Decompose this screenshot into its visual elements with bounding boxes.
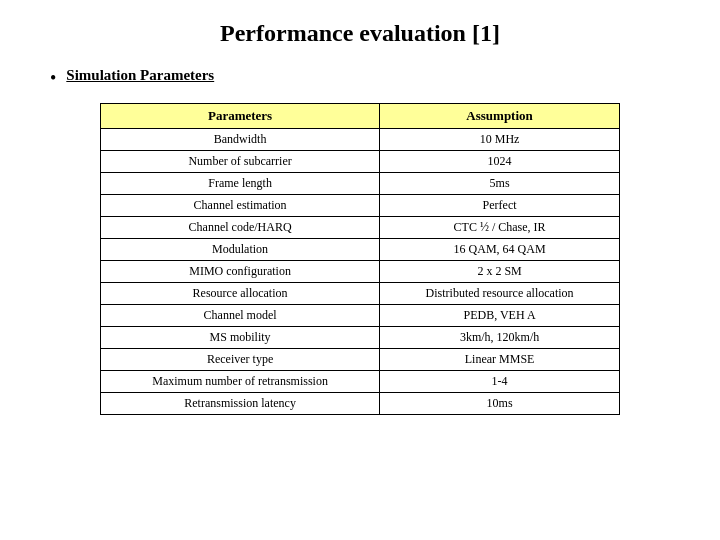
- col-header-assumption: Assumption: [380, 104, 620, 129]
- page-title: Performance evaluation [1]: [40, 20, 680, 47]
- page: Performance evaluation [1] • Simulation …: [0, 0, 720, 540]
- table-row: MS mobility3km/h, 120km/h: [101, 327, 620, 349]
- param-name: Bandwidth: [101, 129, 380, 151]
- table-row: Bandwidth10 MHz: [101, 129, 620, 151]
- col-header-parameters: Parameters: [101, 104, 380, 129]
- param-value: CTC ½ / Chase, IR: [380, 217, 620, 239]
- param-name: Frame length: [101, 173, 380, 195]
- param-value: 5ms: [380, 173, 620, 195]
- param-name: Receiver type: [101, 349, 380, 371]
- table-row: Number of subcarrier1024: [101, 151, 620, 173]
- param-name: Retransmission latency: [101, 393, 380, 415]
- param-name: MS mobility: [101, 327, 380, 349]
- parameters-table: Parameters Assumption Bandwidth10 MHzNum…: [100, 103, 620, 415]
- param-name: Modulation: [101, 239, 380, 261]
- param-value: 3km/h, 120km/h: [380, 327, 620, 349]
- table-row: Channel estimationPerfect: [101, 195, 620, 217]
- param-name: MIMO configuration: [101, 261, 380, 283]
- param-value: Perfect: [380, 195, 620, 217]
- table-row: Modulation16 QAM, 64 QAM: [101, 239, 620, 261]
- bullet-section: • Simulation Parameters: [40, 67, 680, 89]
- param-value: 10ms: [380, 393, 620, 415]
- param-value: PEDB, VEH A: [380, 305, 620, 327]
- table-row: Receiver typeLinear MMSE: [101, 349, 620, 371]
- param-name: Maximum number of retransmission: [101, 371, 380, 393]
- table-row: Channel code/HARQCTC ½ / Chase, IR: [101, 217, 620, 239]
- param-name: Number of subcarrier: [101, 151, 380, 173]
- param-value: 10 MHz: [380, 129, 620, 151]
- param-name: Channel model: [101, 305, 380, 327]
- param-value: Linear MMSE: [380, 349, 620, 371]
- table-row: Maximum number of retransmission1-4: [101, 371, 620, 393]
- param-name: Channel estimation: [101, 195, 380, 217]
- param-name: Channel code/HARQ: [101, 217, 380, 239]
- table-header-row: Parameters Assumption: [101, 104, 620, 129]
- table-row: Resource allocationDistributed resource …: [101, 283, 620, 305]
- table-row: Frame length5ms: [101, 173, 620, 195]
- table-row: Channel modelPEDB, VEH A: [101, 305, 620, 327]
- param-value: Distributed resource allocation: [380, 283, 620, 305]
- table-container: Parameters Assumption Bandwidth10 MHzNum…: [40, 103, 680, 415]
- section-heading: Simulation Parameters: [66, 67, 214, 84]
- param-name: Resource allocation: [101, 283, 380, 305]
- table-row: Retransmission latency10ms: [101, 393, 620, 415]
- param-value: 2 x 2 SM: [380, 261, 620, 283]
- param-value: 1-4: [380, 371, 620, 393]
- bullet-icon: •: [50, 68, 56, 89]
- param-value: 16 QAM, 64 QAM: [380, 239, 620, 261]
- table-row: MIMO configuration2 x 2 SM: [101, 261, 620, 283]
- param-value: 1024: [380, 151, 620, 173]
